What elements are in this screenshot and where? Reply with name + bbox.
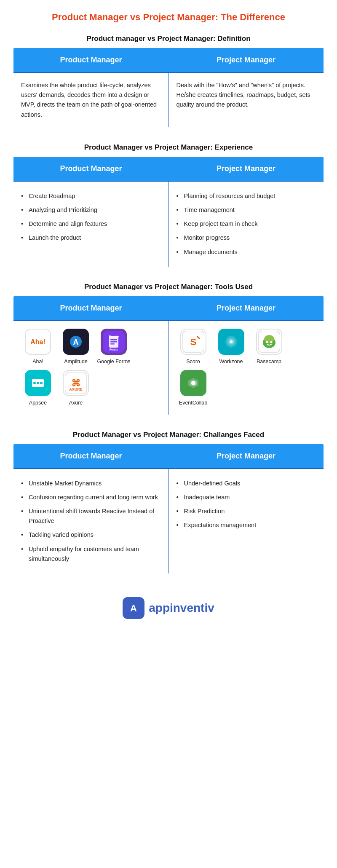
tool-aha: Aha! Aha! <box>21 329 55 366</box>
section-experience: Product Manager vs Project Manager: Expe… <box>13 143 324 268</box>
definition-table: Product Manager Project Manager Examines… <box>13 47 324 128</box>
experience-left-header: Product Manager <box>13 156 168 181</box>
challenges-left-list: Unstable Market Dynamics Confusion regar… <box>13 469 168 574</box>
tool-appsee-label: Appsee <box>29 399 47 407</box>
list-item: Confusion regarding current and long ter… <box>21 490 161 504</box>
tool-scoro: S Scoro <box>177 329 210 366</box>
tool-appsee: Appsee <box>21 370 55 407</box>
svg-point-14 <box>33 382 36 384</box>
list-item: Inadequate team <box>177 490 316 504</box>
experience-table: Product Manager Project Manager Create R… <box>13 156 324 268</box>
list-item: Unintentional shift towards Reactive Ins… <box>21 504 161 528</box>
svg-text:AXURE: AXURE <box>69 387 83 391</box>
tool-eventcollab-label: EventCollab <box>179 399 207 407</box>
list-item: Tackling varied opinions <box>21 528 161 542</box>
page-wrapper: Product Manager vs Project Manager: The … <box>0 0 337 636</box>
challenges-table: Product Manager Project Manager Unstable… <box>13 443 324 574</box>
svg-point-15 <box>37 382 39 384</box>
definition-right-content: Deals with the "How's" and "when's" of p… <box>168 72 324 128</box>
svg-point-30 <box>266 341 268 343</box>
challenges-right-list: Under-defined Goals Inadequate team Risk… <box>168 469 324 574</box>
tool-workzone: Workzone <box>214 329 248 366</box>
tools-table: Product Manager Project Manager <box>13 295 324 415</box>
section-experience-title: Product Manager vs Project Manager: Expe… <box>13 143 324 152</box>
tools-right-cell: S Scoro <box>168 321 324 415</box>
svg-text:A: A <box>73 338 79 346</box>
main-title: Product Manager vs Project Manager: The … <box>13 12 324 23</box>
tool-basecamp: Basecamp <box>252 329 286 366</box>
scoro-icon: S <box>180 329 206 355</box>
list-item: Planning of resources and budget <box>177 189 316 203</box>
svg-point-29 <box>264 335 274 343</box>
basecamp-icon <box>256 329 282 355</box>
svg-point-35 <box>191 381 195 385</box>
amplitude-icon: A <box>63 329 89 355</box>
svg-rect-9 <box>110 343 115 345</box>
definition-left-header: Product Manager <box>13 48 168 72</box>
list-item: Risk Prediction <box>177 504 316 518</box>
logo-prefix: a <box>149 601 155 614</box>
tool-gforms-label: Google Forms <box>97 357 130 366</box>
definition-right-header: Project Manager <box>168 48 324 72</box>
list-item: Under-defined Goals <box>177 477 316 490</box>
logo-icon: A <box>123 597 144 619</box>
tool-amplitude-label: Amplitude <box>64 357 88 366</box>
svg-text:Google: Google <box>109 335 119 338</box>
tools-left-grid: Aha! Aha! <box>21 329 161 407</box>
gforms-icon: Google Forms <box>101 329 127 355</box>
list-item: Keep project team in check <box>177 217 316 231</box>
svg-text:Forms: Forms <box>110 348 118 351</box>
svg-point-31 <box>270 341 272 343</box>
experience-right-header: Project Manager <box>168 156 324 181</box>
experience-left-list: Create Roadmap Analyzing and Prioritizin… <box>13 181 168 267</box>
experience-right-list: Planning of resources and budget Time ma… <box>168 181 324 267</box>
list-item: Monitor progress <box>177 231 316 245</box>
challenges-left-header: Product Manager <box>13 444 168 469</box>
eventcollab-icon <box>180 370 206 396</box>
logo-text: appinventiv <box>149 601 214 615</box>
svg-point-16 <box>40 382 43 384</box>
svg-point-26 <box>230 340 233 343</box>
tool-scoro-label: Scoro <box>186 357 200 366</box>
tools-right-header: Project Manager <box>168 296 324 321</box>
list-item: Expectations management <box>177 518 316 532</box>
section-challenges-title: Product Manager vs Project Manager: Chal… <box>13 431 324 439</box>
section-definition: Product manager vs Project Manager: Defi… <box>13 35 324 128</box>
tool-axure-label: Axure <box>69 399 83 407</box>
list-item: Determine and align features <box>21 217 161 231</box>
tool-eventcollab: EventCollab <box>177 370 210 407</box>
appsee-icon <box>25 370 51 396</box>
tool-axure: ⌘ AXURE Axure <box>59 370 93 407</box>
list-item: Uphold empathy for customers and team si… <box>21 542 161 566</box>
tools-left-header: Product Manager <box>13 296 168 321</box>
list-item: Create Roadmap <box>21 189 161 203</box>
tools-right-grid: S Scoro <box>177 329 316 407</box>
list-item: Analyzing and Prioritizing <box>21 203 161 217</box>
workzone-icon <box>218 329 244 355</box>
logo-area: A appinventiv <box>13 589 324 623</box>
aha-icon: Aha! <box>25 329 51 355</box>
list-item: Manage documents <box>177 245 316 259</box>
svg-text:Aha!: Aha! <box>30 338 45 346</box>
section-tools: Product Manager vs Project Manager: Tool… <box>13 283 324 415</box>
tool-aha-label: Aha! <box>32 357 43 366</box>
tool-amplitude: A Amplitude <box>59 329 93 366</box>
section-tools-title: Product Manager vs Project Manager: Tool… <box>13 283 324 291</box>
list-item: Unstable Market Dynamics <box>21 477 161 490</box>
tool-basecamp-label: Basecamp <box>257 357 281 366</box>
definition-left-content: Examines the whole product life-cycle, a… <box>13 72 168 128</box>
section-definition-title: Product manager vs Project Manager: Defi… <box>13 35 324 43</box>
list-item: Time management <box>177 203 316 217</box>
list-item: Launch the product <box>21 231 161 245</box>
svg-rect-8 <box>110 341 117 343</box>
challenges-right-header: Project Manager <box>168 444 324 469</box>
svg-text:A: A <box>130 603 137 613</box>
section-challenges: Product Manager vs Project Manager: Chal… <box>13 431 324 574</box>
svg-text:S: S <box>190 337 196 347</box>
axure-icon: ⌘ AXURE <box>63 370 89 396</box>
logo-suffix: ppinventiv <box>155 601 214 614</box>
tools-left-cell: Aha! Aha! <box>13 321 168 415</box>
tool-gforms: Google Forms Google Forms <box>97 329 131 366</box>
svg-rect-7 <box>110 339 117 340</box>
tool-workzone-label: Workzone <box>219 357 243 366</box>
